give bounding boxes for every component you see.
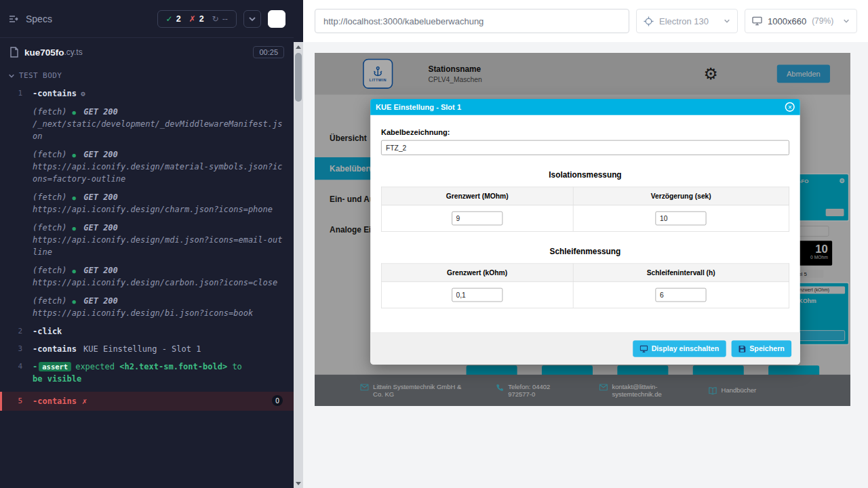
command-row-contains[interactable]: 1 -contains⚙ bbox=[0, 86, 294, 102]
stop-button[interactable] bbox=[268, 10, 285, 28]
status-dot-icon: ● bbox=[73, 298, 76, 305]
chevron-down-icon bbox=[724, 18, 730, 24]
grenzwert-mohm-input[interactable] bbox=[452, 211, 502, 226]
app-under-test: LITTWIN Stationsname CPLV4_Maschen ⚙ Abm… bbox=[315, 53, 850, 406]
command-argument: KUE Einstellung - Slot 1 bbox=[83, 344, 201, 354]
command-number: 1 bbox=[0, 87, 33, 100]
url-input[interactable] bbox=[315, 9, 629, 33]
spec-name: kue705fo bbox=[24, 47, 64, 58]
loop-section-title: Schleifenmessung bbox=[381, 247, 789, 256]
cypress-sidebar: Specs ✓2 ✗2 ↻-- kue705fo.cy.ts 00:25 TES… bbox=[0, 0, 303, 488]
column-header: Verzögerung (sek) bbox=[573, 187, 789, 205]
browser-toolbar: Electron 130 1000x660 (79%) bbox=[303, 0, 868, 42]
cable-name-input[interactable] bbox=[381, 140, 789, 155]
browser-select[interactable]: Electron 130 bbox=[636, 9, 738, 33]
chevron-down-icon bbox=[843, 18, 850, 24]
failed-stat: ✗2 bbox=[189, 14, 204, 24]
column-header: Schleifenintervall (h) bbox=[573, 264, 789, 282]
command-name: -contains bbox=[33, 344, 77, 354]
command-name: -click bbox=[33, 327, 62, 336]
save-button[interactable]: Speichern bbox=[731, 340, 791, 357]
fail-x-icon: ✗ bbox=[82, 396, 87, 406]
fetch-url: /_next/static/development/_devMiddleware… bbox=[33, 118, 283, 142]
verzoegerung-input[interactable] bbox=[656, 211, 707, 226]
fetch-log[interactable]: (fetch)● GET 200https://api.iconify.desi… bbox=[0, 293, 294, 321]
fetch-log[interactable]: (fetch)● GET 200https://api.iconify.desi… bbox=[0, 220, 294, 260]
command-row-failed[interactable]: 5 -contains✗0 bbox=[0, 392, 294, 411]
fetch-url: https://api.iconify.design/material-symb… bbox=[33, 161, 283, 185]
command-number: 4 bbox=[0, 361, 33, 385]
failed-icon: ✗ bbox=[189, 14, 196, 24]
command-number: 2 bbox=[0, 325, 33, 338]
test-stats: ✓2 ✗2 ↻-- bbox=[157, 10, 237, 28]
spec-extension: .cy.ts bbox=[64, 47, 83, 57]
command-name: -contains bbox=[33, 89, 77, 98]
test-body-header[interactable]: TEST BODY bbox=[0, 65, 294, 86]
assert-selector: <h2.text-sm.font-bold> bbox=[119, 362, 227, 371]
viewport-size: 1000x660 bbox=[768, 16, 806, 26]
pending-count: -- bbox=[222, 14, 228, 24]
fetch-log[interactable]: (fetch)● GET 200/_next/static/developmen… bbox=[0, 104, 294, 144]
status-dot-icon: ● bbox=[73, 268, 76, 274]
cable-name-label: Kabelbezeichnung: bbox=[381, 128, 789, 137]
grenzwert-kohm-input[interactable] bbox=[452, 288, 502, 302]
viewfinder-icon bbox=[644, 16, 654, 26]
command-name: -contains bbox=[33, 396, 77, 406]
command-number: 5 bbox=[2, 395, 33, 407]
close-icon[interactable]: ✕ bbox=[785, 102, 795, 112]
spec-row[interactable]: kue705fo.cy.ts 00:25 bbox=[0, 38, 294, 65]
fetch-url: https://api.iconify.design/carbon.json?i… bbox=[33, 277, 283, 289]
fetch-url: https://api.iconify.design/charm.json?ic… bbox=[33, 203, 283, 216]
zoom-level: (79%) bbox=[812, 16, 833, 26]
status-dot-icon: ● bbox=[73, 195, 76, 201]
scroll-down-arrow[interactable] bbox=[294, 479, 303, 488]
passed-stat: ✓2 bbox=[166, 14, 181, 24]
modal-header: KUE Einstellung - Slot 1 ✕ bbox=[370, 99, 800, 115]
passed-icon: ✓ bbox=[166, 14, 173, 24]
kue-settings-modal: KUE Einstellung - Slot 1 ✕ Kabelbezeichn… bbox=[370, 99, 800, 365]
status-dot-icon: ● bbox=[73, 152, 76, 159]
schleifenintervall-input[interactable] bbox=[656, 288, 707, 302]
loop-table: Grenzwert (kOhm) Schleifenintervall (h) bbox=[381, 263, 789, 308]
fetch-log[interactable]: (fetch)● GET 200https://api.iconify.desi… bbox=[0, 190, 294, 217]
command-row-contains-arg[interactable]: 3 -containsKUE Einstellung - Slot 1 bbox=[0, 342, 294, 357]
fetch-url: https://api.iconify.design/mdi.json?icon… bbox=[33, 234, 283, 258]
refresh-icon: ↻ bbox=[212, 14, 219, 24]
column-header: Grenzwert (kOhm) bbox=[381, 264, 573, 282]
modal-title: KUE Einstellung - Slot 1 bbox=[376, 102, 461, 111]
modal-footer: Display einschalten Speichern bbox=[370, 332, 800, 364]
spec-duration: 00:25 bbox=[253, 46, 284, 58]
failed-count: 2 bbox=[199, 14, 204, 24]
isolation-section-title: Isolationsmessung bbox=[381, 170, 789, 179]
sidebar-scrollbar[interactable] bbox=[294, 42, 303, 488]
assert-badge: assert bbox=[39, 362, 71, 371]
scrollbar-thumb[interactable] bbox=[295, 53, 302, 102]
test-body-label: TEST BODY bbox=[19, 70, 62, 82]
isolation-table: Grenzwert (MOhm) Verzögerung (sek) bbox=[381, 187, 789, 232]
status-dot-icon: ● bbox=[73, 225, 76, 232]
browser-name: Electron 130 bbox=[659, 16, 709, 26]
floppy-disk-icon bbox=[738, 345, 746, 352]
passed-count: 2 bbox=[176, 14, 181, 24]
command-row-assert[interactable]: 4 -assertexpected <h2.text-sm.font-bold>… bbox=[0, 359, 294, 386]
pending-stat: ↻-- bbox=[212, 14, 228, 24]
monitor-icon bbox=[752, 16, 762, 26]
command-row-click[interactable]: 2 -click bbox=[0, 324, 294, 339]
retry-count-badge: 0 bbox=[272, 395, 283, 406]
status-dot-icon: ● bbox=[73, 109, 76, 116]
specs-menu-icon[interactable] bbox=[8, 14, 19, 24]
scroll-up-arrow[interactable] bbox=[294, 42, 303, 52]
fetch-url: https://api.iconify.design/bi.json?icons… bbox=[33, 307, 283, 319]
collapse-button[interactable] bbox=[243, 10, 261, 28]
display-on-button[interactable]: Display einschalten bbox=[633, 340, 726, 357]
command-gear-icon[interactable]: ⚙ bbox=[81, 89, 85, 98]
viewport-select[interactable]: 1000x660 (79%) bbox=[745, 9, 857, 33]
spec-file-icon bbox=[9, 47, 19, 58]
fetch-log[interactable]: (fetch)● GET 200https://api.iconify.desi… bbox=[0, 263, 294, 290]
column-header: Grenzwert (MOhm) bbox=[381, 187, 573, 205]
specs-label[interactable]: Specs bbox=[26, 14, 157, 24]
command-number: 3 bbox=[0, 343, 33, 355]
fetch-log[interactable]: (fetch)● GET 200https://api.iconify.desi… bbox=[0, 147, 294, 186]
display-icon bbox=[639, 345, 648, 352]
runner-header: Specs ✓2 ✗2 ↻-- bbox=[0, 0, 294, 38]
